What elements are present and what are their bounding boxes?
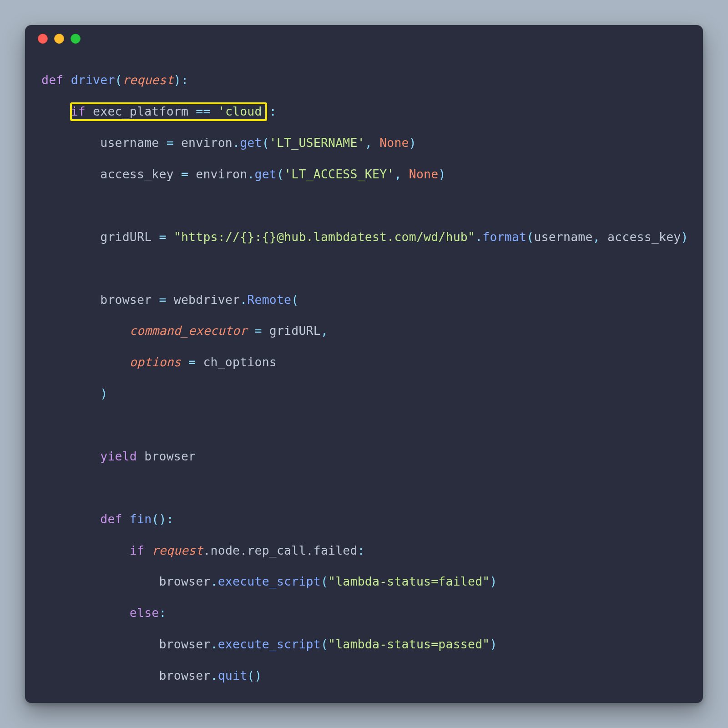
minimize-icon[interactable]	[54, 34, 64, 44]
code-line: def driver(request):	[41, 72, 687, 88]
code-line: browser.execute_script("lambda-status=pa…	[41, 637, 687, 652]
code-line	[41, 480, 687, 495]
code-line: username = environ.get('LT_USERNAME', No…	[41, 135, 687, 151]
zoom-icon[interactable]	[71, 34, 81, 44]
code-line: gridURL = "https://{}:{}@hub.lambdatest.…	[41, 229, 687, 245]
code-window: def driver(request): if exec_platform ==…	[25, 25, 703, 703]
code-line	[41, 198, 687, 213]
titlebar	[25, 25, 703, 52]
code-line: if request.node.rep_call.failed:	[41, 543, 687, 558]
code-line: options = ch_options	[41, 354, 687, 370]
code-line: browser.quit()	[41, 668, 687, 683]
code-line: command_executor = gridURL,	[41, 323, 687, 339]
code-line: browser = webdriver.Remote(	[41, 292, 687, 308]
code-line: browser.execute_script("lambda-status=fa…	[41, 574, 687, 589]
code-line: )	[41, 386, 687, 401]
code-line: access_key = environ.get('LT_ACCESS_KEY'…	[41, 167, 687, 182]
close-icon[interactable]	[38, 34, 48, 44]
code-line: else:	[41, 605, 687, 621]
highlight-if-cloud: if exec_platform == 'cloud':	[41, 104, 687, 119]
code-line	[41, 699, 687, 703]
code-line: def fin():	[41, 511, 687, 527]
code-block: def driver(request): if exec_platform ==…	[25, 52, 703, 703]
code-line	[41, 417, 687, 433]
code-line: yield browser	[41, 449, 687, 464]
code-line	[41, 261, 687, 276]
